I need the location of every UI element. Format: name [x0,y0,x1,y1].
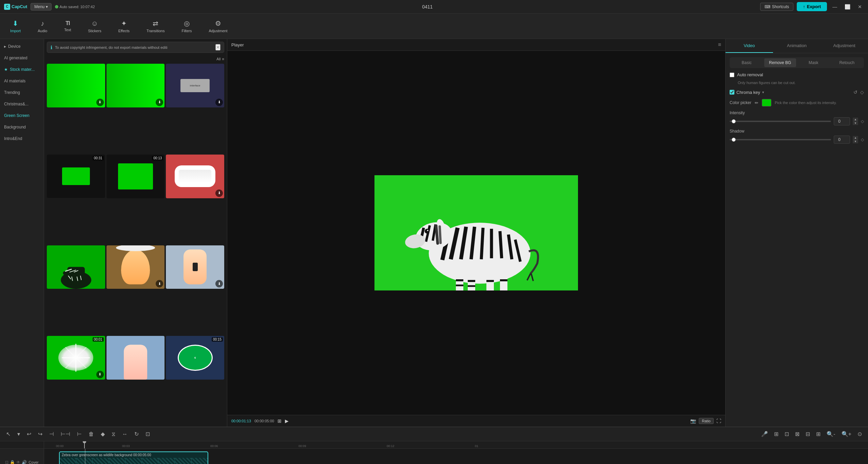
video-clip[interactable]: Zebra over greenscreen as wildlife backg… [59,451,208,464]
sidebar-item-ai-materials[interactable]: AI materials [0,75,44,87]
media-thumb-6[interactable]: ⬇ [166,155,224,198]
ratio-button[interactable]: Ratio [699,418,714,424]
media-thumb-1[interactable]: ⬇ [47,64,105,107]
filter-button[interactable]: All ≡ [216,57,224,61]
screenshot-button[interactable]: 📷 [690,418,696,424]
split-at-start-button[interactable]: ⊣ [47,429,56,439]
redo-button[interactable]: ↪ [36,429,44,439]
media-thumb-7[interactable] [47,245,105,289]
media-thumb-8[interactable]: ⬇ [107,245,165,289]
track-scene-icon[interactable]: ⊡ [5,460,8,464]
intensity-spin-down[interactable]: ▼ [853,121,858,125]
sidebar-item-ai-generated[interactable]: AI generated [0,52,44,64]
toolbar-item-effects[interactable]: ✦ Effects [115,18,133,35]
toolbar-item-audio[interactable]: ♪ Audio [34,18,51,35]
shadow-spin-up[interactable]: ▲ [853,136,858,140]
shadow-slider[interactable] [730,139,831,140]
eyedropper-icon[interactable]: ✏ [755,100,758,105]
intensity-spin-up[interactable]: ▲ [853,118,858,121]
sidebar-item-trending[interactable]: Trending [0,87,44,98]
intensity-slider[interactable] [730,121,831,122]
shadow-keyframe-button[interactable]: ◇ [861,137,864,142]
tab-video[interactable]: Video [726,39,773,53]
export-button[interactable]: ↑ Export [797,2,827,11]
media-thumb-11[interactable] [107,336,165,380]
tab-adjustment[interactable]: Adjustment [821,39,868,53]
toolbar-item-stickers[interactable]: ☺ Stickers [85,18,105,35]
shadow-value[interactable] [834,136,850,144]
tab-animation[interactable]: Animation [773,39,821,53]
download-icon-2[interactable]: ⬇ [156,99,163,106]
toolbar-item-filters[interactable]: ◎ Filters [178,18,195,35]
zoom-out-button[interactable]: 🔍- [825,429,837,439]
track-visible-icon[interactable]: 👁 [16,460,20,464]
tool-dropdown-button[interactable]: ▾ [15,429,22,439]
auto-removal-checkbox[interactable] [730,73,734,77]
shadow-spin-down[interactable]: ▼ [853,140,858,143]
sidebar-item-device[interactable]: ▶ Device [0,41,44,52]
shadow-thumb[interactable] [732,138,736,142]
sub-tab-remove-bg[interactable]: Remove BG [764,58,796,67]
sidebar-item-stock-material[interactable]: ★ Stock mater... [0,64,44,75]
player-menu-button[interactable]: ≡ [718,42,721,48]
split-tool-2[interactable]: ⧖ [110,430,117,439]
sidebar-item-christmas[interactable]: Christmas&... [0,98,44,110]
download-icon-3[interactable]: ⬇ [215,99,223,106]
tl-tool-5[interactable]: ⊞ [814,429,823,439]
toolbar-item-adjustment[interactable]: ⚙ Adjustment [205,18,231,35]
grid-view-button[interactable]: ⊞ [277,418,282,424]
media-thumb-3[interactable]: interface ⬇ [166,64,224,107]
fit-button[interactable]: ⊙ [855,429,864,439]
menu-button[interactable]: Menu ▾ [31,3,51,11]
sub-tab-basic[interactable]: Basic [731,58,763,67]
split-at-end-button[interactable]: ⊢ [75,429,84,439]
rotate-button[interactable]: ↻ [132,429,141,439]
close-button[interactable]: ✕ [856,4,864,9]
media-thumb-10[interactable]: 00:01 ⬇ [47,336,105,380]
media-thumb-12[interactable]: 6 00:15 [166,336,224,380]
tl-tool-2[interactable]: ⊡ [783,429,791,439]
intensity-keyframe-button[interactable]: ◇ [861,119,864,124]
fullscreen-button[interactable]: ⛶ [716,418,721,424]
intensity-thumb[interactable] [732,119,736,123]
split-button[interactable]: ⊢⊣ [59,429,72,439]
download-icon-6[interactable]: ⬇ [215,189,223,197]
zoom-in-button[interactable]: 🔍+ [840,429,853,439]
tl-tool-4[interactable]: ⊟ [804,429,812,439]
sub-tab-retouch[interactable]: Retouch [831,58,863,67]
sub-tab-mask[interactable]: Mask [797,58,830,67]
chroma-key-checkbox[interactable] [730,90,734,95]
chroma-undo-button[interactable]: ↺ [853,89,857,95]
maximize-button[interactable]: ⬜ [843,4,852,9]
undo-button[interactable]: ↩ [25,429,33,439]
play-button[interactable]: ▶ [285,418,289,424]
toolbar-item-text[interactable]: TI Text [61,19,74,34]
media-thumb-9[interactable]: ⬇ [166,245,224,289]
color-swatch[interactable] [762,99,771,106]
tl-tool-1[interactable]: ⊞ [772,429,780,439]
toolbar-item-transitions[interactable]: ⇄ Transitions [143,18,168,35]
download-icon-1[interactable]: ⬇ [96,99,104,106]
delete-button[interactable]: 🗑 [86,430,96,439]
sidebar-item-green-screen[interactable]: Green Screen [0,110,44,121]
track-lock-icon[interactable]: 🔒 [10,460,15,464]
minimize-button[interactable]: — [830,4,839,9]
sidebar-item-intro-end[interactable]: Intro&End [0,133,44,144]
track-audio-icon[interactable]: 🔊 [22,460,27,464]
media-thumb-5[interactable]: 00:13 [107,155,165,198]
media-thumb-2[interactable]: ⬇ [107,64,165,107]
mic-button[interactable]: 🎤 [759,429,770,439]
tl-tool-3[interactable]: ⊠ [793,429,802,439]
notification-close-button[interactable]: ✕ [215,44,220,51]
select-tool-button[interactable]: ↖ [4,429,13,439]
download-icon-10[interactable]: ⬇ [96,371,104,378]
toolbar-item-import[interactable]: ⬇ Import [7,18,24,35]
flip-h-button[interactable]: ↔ [120,430,130,439]
marker-button[interactable]: ◆ [99,429,107,439]
sidebar-item-background[interactable]: Background [0,121,44,133]
chroma-diamond-button[interactable]: ◇ [860,89,864,95]
intensity-value[interactable] [834,117,850,125]
shortcuts-button[interactable]: ⌨ Shortcuts [760,3,794,11]
crop-button[interactable]: ⊡ [143,429,152,439]
media-thumb-4[interactable]: 00:31 [47,155,105,198]
